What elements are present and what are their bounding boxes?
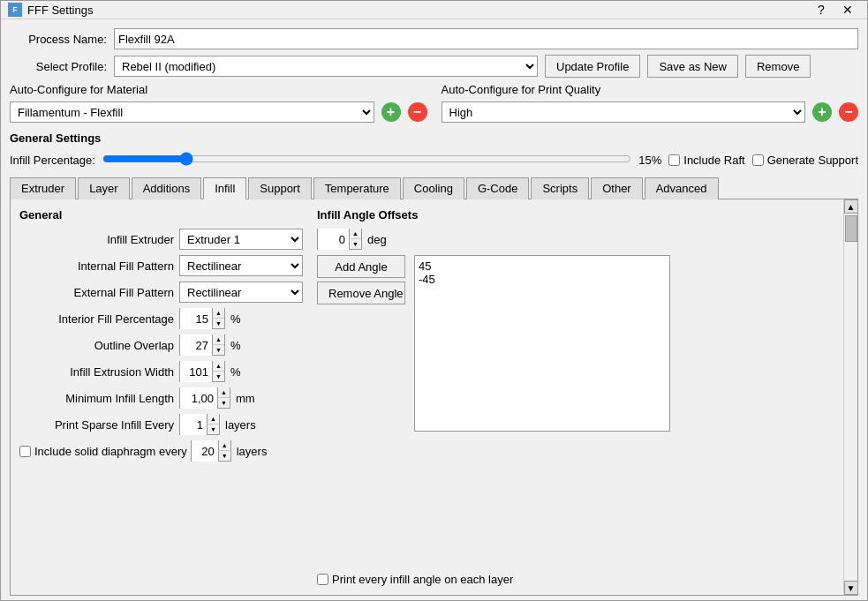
close-button[interactable]: ✕: [835, 1, 860, 19]
add-material-button[interactable]: +: [381, 102, 401, 122]
internal-fill-pattern-control: Rectilinear: [179, 255, 303, 276]
include-raft-label[interactable]: Include Raft: [668, 154, 744, 167]
angle-value-input[interactable]: [318, 229, 349, 250]
general-section-title: General: [19, 208, 303, 222]
outline-overlap-row: Outline Overlap ▲ ▼ %: [19, 334, 303, 356]
angle-up-arrow[interactable]: ▲: [349, 229, 361, 239]
print-sparse-infill-input[interactable]: [180, 414, 207, 435]
external-fill-pattern-select[interactable]: Rectilinear: [179, 282, 303, 303]
infill-extrusion-width-label: Infill Extrusion Width: [19, 365, 174, 379]
print-every-angle-label[interactable]: Print every infill angle on each layer: [317, 573, 834, 586]
minimum-infill-length-up-arrow[interactable]: ▲: [217, 387, 230, 398]
minimum-infill-length-input[interactable]: [180, 387, 217, 409]
include-solid-diaphragm-down-arrow[interactable]: ▼: [218, 451, 230, 462]
infill-extrusion-width-input[interactable]: [180, 361, 212, 382]
outline-overlap-up-arrow[interactable]: ▲: [212, 334, 224, 345]
infill-extrusion-width-arrows: ▲ ▼: [212, 361, 224, 382]
tab-infill[interactable]: Infill: [203, 177, 246, 199]
title-bar-controls: ? ✕: [809, 1, 860, 19]
angle-input-row: ▲ ▼ deg: [317, 229, 834, 250]
tab-extruder[interactable]: Extruder: [10, 177, 76, 199]
generate-support-label[interactable]: Generate Support: [752, 154, 858, 167]
include-solid-diaphragm-up-arrow[interactable]: ▲: [218, 440, 230, 451]
interior-fill-spinbox: ▲ ▼: [179, 308, 225, 329]
interior-fill-up-arrow[interactable]: ▲: [212, 308, 224, 319]
tab-advanced[interactable]: Advanced: [645, 177, 719, 199]
interior-fill-down-arrow[interactable]: ▼: [212, 319, 224, 329]
auto-quality-select[interactable]: High: [442, 101, 806, 123]
auto-material-row: Fillamentum - Flexfill + −: [10, 101, 427, 123]
infill-extrusion-width-down-arrow[interactable]: ▼: [212, 372, 224, 382]
main-content: Process Name: Select Profile: Rebel II (…: [1, 19, 867, 601]
print-sparse-infill-unit: layers: [225, 418, 256, 432]
scroll-thumb[interactable]: [845, 215, 857, 242]
tab-temperature[interactable]: Temperature: [313, 177, 401, 199]
add-quality-button[interactable]: +: [812, 102, 832, 122]
auto-configure-row: Auto-Configure for Material Fillamentum …: [10, 83, 858, 123]
title-bar: F FFF Settings ? ✕: [1, 1, 867, 19]
print-sparse-infill-down-arrow[interactable]: ▼: [207, 424, 219, 435]
minimum-infill-length-spinbox: ▲ ▼: [179, 387, 230, 409]
auto-material-select[interactable]: Fillamentum - Flexfill: [10, 101, 374, 123]
tab-scripts[interactable]: Scripts: [531, 177, 589, 199]
include-solid-diaphragm-spinbox: ▲ ▼: [191, 440, 231, 462]
outline-overlap-unit: %: [230, 339, 241, 352]
general-section: General Infill Extruder Extruder 1: [19, 208, 303, 586]
infill-extrusion-width-up-arrow[interactable]: ▲: [212, 361, 224, 372]
angle-down-arrow[interactable]: ▼: [349, 239, 361, 250]
infill-extrusion-width-unit: %: [230, 365, 241, 379]
remove-quality-button[interactable]: −: [839, 102, 858, 122]
tab-support[interactable]: Support: [248, 177, 312, 199]
outline-overlap-down-arrow[interactable]: ▼: [212, 345, 224, 356]
outline-overlap-arrows: ▲ ▼: [212, 334, 224, 356]
window-title: FFF Settings: [27, 4, 809, 17]
tab-additions[interactable]: Additions: [132, 177, 201, 199]
infill-tab-panel: General Infill Extruder Extruder 1: [11, 199, 843, 595]
interior-fill-percentage-row: Interior Fill Percentage ▲ ▼ %: [19, 308, 303, 329]
print-sparse-infill-spinbox: ▲ ▼: [179, 414, 220, 435]
print-every-angle-checkbox[interactable]: [317, 574, 328, 585]
external-fill-pattern-label: External Fill Pattern: [19, 286, 174, 299]
scroll-down-arrow[interactable]: ▼: [844, 581, 858, 595]
tab-other[interactable]: Other: [591, 177, 643, 199]
infill-angle-offsets-section: Infill Angle Offsets ▲ ▼ deg: [317, 208, 834, 586]
select-profile-row: Select Profile: Rebel II (modified) Upda…: [10, 55, 858, 78]
infill-extruder-select[interactable]: Extruder 1: [179, 229, 303, 250]
remove-button[interactable]: Remove: [745, 55, 811, 78]
remove-angle-button[interactable]: Remove Angle: [317, 282, 405, 304]
remove-material-button[interactable]: −: [408, 102, 427, 122]
interior-fill-input[interactable]: [180, 308, 212, 329]
infill-slider-container: [102, 152, 631, 169]
internal-fill-pattern-select[interactable]: Rectilinear: [179, 255, 303, 276]
update-profile-button[interactable]: Update Profile: [545, 55, 640, 78]
minimum-infill-length-down-arrow[interactable]: ▼: [217, 398, 230, 409]
infill-percentage-label: Infill Percentage:: [10, 154, 95, 167]
infill-percentage-row: Infill Percentage: 15% Include Raft Gene…: [10, 152, 858, 169]
infill-extruder-control: Extruder 1: [179, 229, 303, 250]
save-as-new-button[interactable]: Save as New: [647, 55, 738, 78]
print-sparse-infill-up-arrow[interactable]: ▲: [207, 414, 219, 424]
add-angle-button[interactable]: Add Angle: [317, 255, 405, 278]
generate-support-checkbox[interactable]: [752, 154, 764, 166]
general-settings-title: General Settings: [10, 131, 858, 145]
process-name-input[interactable]: [114, 28, 858, 49]
interior-fill-unit: %: [230, 312, 241, 326]
help-button[interactable]: ?: [809, 1, 834, 19]
scroll-up-arrow[interactable]: ▲: [844, 199, 858, 214]
infill-percentage-slider[interactable]: [102, 152, 631, 166]
tab-layer[interactable]: Layer: [78, 177, 130, 199]
print-every-angle-row: Print every infill angle on each layer: [317, 573, 834, 586]
include-solid-diaphragm-input[interactable]: [192, 440, 218, 462]
process-name-row: Process Name:: [10, 28, 858, 49]
outline-overlap-input[interactable]: [180, 334, 212, 356]
tab-cooling[interactable]: Cooling: [403, 177, 464, 199]
process-name-label: Process Name:: [10, 33, 107, 46]
tab-gcode[interactable]: G-Code: [466, 177, 530, 199]
tab-bar: Extruder Layer Additions Infill Support …: [10, 177, 858, 199]
infill-percentage-value: 15%: [638, 154, 661, 167]
profile-select[interactable]: Rebel II (modified): [114, 56, 538, 77]
include-solid-diaphragm-checkbox[interactable]: [19, 446, 31, 457]
include-raft-checkbox[interactable]: [668, 154, 680, 166]
outline-overlap-control: ▲ ▼ %: [179, 334, 241, 356]
include-solid-diaphragm-row: Include solid diaphragm every ▲ ▼ layers: [19, 440, 303, 462]
